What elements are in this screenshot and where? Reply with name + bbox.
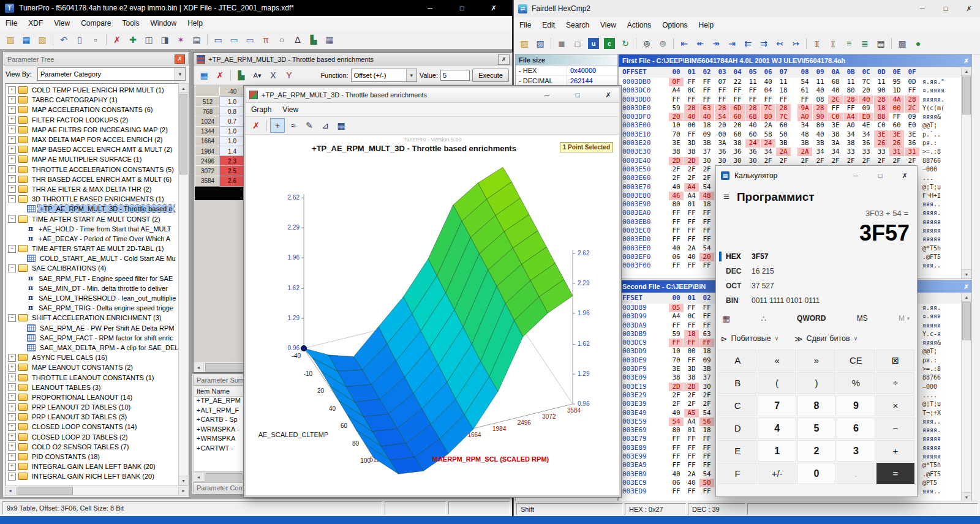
hex-row[interactable]: 0003DE0592863286D287C289A28FFFF0918002CY…: [619, 104, 962, 113]
expand-toggle-icon[interactable]: +: [8, 443, 16, 451]
minimize-button[interactable]: ─: [843, 167, 868, 185]
hex-byte[interactable]: FF: [669, 218, 684, 226]
hex-byte[interactable]: 24: [745, 139, 760, 148]
hex-byte[interactable]: 2C: [905, 104, 919, 113]
checksum-icon[interactable]: ▦: [322, 32, 337, 47]
hex-byte[interactable]: FF: [669, 452, 684, 461]
hex-byte[interactable]: 24: [761, 139, 775, 148]
close-view-icon[interactable]: ✗: [249, 118, 263, 133]
expand-toggle-icon[interactable]: +: [8, 463, 16, 471]
hex-byte[interactable]: 18: [699, 347, 714, 356]
hex-byte[interactable]: 07: [715, 78, 729, 86]
hex-byte[interactable]: FF: [669, 461, 684, 470]
expand-toggle-icon[interactable]: +: [8, 106, 16, 114]
hex-byte[interactable]: 09: [699, 130, 714, 139]
hexcmp-menu-edit[interactable]: Edit: [537, 18, 560, 32]
uppercase-icon[interactable]: u: [588, 38, 599, 49]
scroll-down-icon[interactable]: ▼: [962, 492, 971, 501]
hex-byte[interactable]: FF: [699, 235, 714, 244]
hex-byte[interactable]: 20: [669, 113, 684, 121]
status-dot-icon[interactable]: ●: [911, 36, 925, 51]
first-diff-icon[interactable]: ⇤: [677, 36, 692, 51]
calc-key-clear-entry[interactable]: CE: [837, 350, 875, 371]
hex-byte[interactable]: 3E: [669, 365, 684, 373]
hex-byte[interactable]: 38: [669, 148, 684, 156]
hex-byte[interactable]: 34: [828, 148, 843, 156]
maximize-button[interactable]: □: [934, 1, 957, 17]
panel-close-icon[interactable]: ✗: [175, 54, 185, 64]
find-icon[interactable]: ⊚: [639, 36, 654, 51]
scroll-up-icon[interactable]: ▲: [962, 67, 971, 76]
copy-icon[interactable]: ◫: [141, 32, 156, 47]
hex-byte[interactable]: FF: [684, 435, 699, 443]
hex-byte[interactable]: 2F: [699, 400, 714, 408]
hex-byte[interactable]: 38: [843, 139, 858, 148]
hex-byte[interactable]: 37: [699, 373, 714, 382]
tree-vscrollbar[interactable]: ▲ ▼: [178, 83, 189, 485]
prev-change-icon[interactable]: ⇇: [741, 36, 755, 51]
tunerpro-menu-tools[interactable]: Tools: [117, 17, 145, 30]
hex-byte[interactable]: 08: [813, 95, 827, 104]
y-axis-icon[interactable]: Y: [282, 68, 296, 83]
hexcmp-menu-view[interactable]: View: [595, 18, 622, 32]
calc-key-key-7[interactable]: 7: [758, 395, 796, 416]
tree-item[interactable]: +MAP AE FILTRS FOR INCREASING MAP (2): [7, 125, 180, 135]
hex-byte[interactable]: 2C: [828, 95, 843, 104]
expand-toggle-icon[interactable]: +: [8, 453, 16, 461]
hex-byte[interactable]: 26: [889, 139, 904, 148]
hex-byte[interactable]: 54: [699, 183, 714, 192]
properties-icon[interactable]: ▤: [189, 32, 204, 47]
expand-toggle-icon[interactable]: −: [8, 245, 16, 253]
close-button[interactable]: ✗: [892, 167, 917, 185]
tree-item[interactable]: πSAE_LOM_THRESHOLD - lean_out_multiplie: [7, 293, 180, 303]
hex-byte[interactable]: 2F: [684, 165, 699, 174]
tunerpro-titlebar[interactable]: T TunerPro - f5604178.4ah tune e2 evap i…: [0, 0, 512, 16]
tree-item[interactable]: COLD_START_AE_MULT - Cold Start AE Mu: [7, 253, 180, 263]
hexcmp-menu-help[interactable]: Help: [693, 18, 720, 32]
expand-toggle-icon[interactable]: +: [8, 175, 16, 183]
tunerpro-menu-xdf[interactable]: XDF: [23, 17, 48, 30]
hex-byte[interactable]: FF: [699, 261, 714, 270]
compare-files-icon[interactable]: ▨: [533, 36, 548, 51]
hex-byte[interactable]: FF: [669, 261, 684, 270]
hex-byte[interactable]: 38: [730, 139, 745, 148]
tree-item[interactable]: +MAP AE MULTIPLIER SURFACE (1): [7, 154, 180, 164]
hex-byte[interactable]: A4: [684, 192, 699, 200]
hex-byte[interactable]: 06: [669, 479, 684, 487]
hex-byte[interactable]: 80: [761, 113, 775, 121]
bitshift-dropdown[interactable]: ≫Сдвиг битов∨: [794, 334, 858, 343]
calc-key-negate[interactable]: +/-: [758, 463, 796, 484]
hex-byte[interactable]: 11: [776, 78, 791, 86]
wand-icon[interactable]: ✶: [173, 32, 188, 47]
tree-item[interactable]: +INTEGRAL GAIN LEAN LEFT BANK (20): [7, 462, 180, 471]
calc-key-plus[interactable]: +: [876, 440, 914, 462]
hex-byte[interactable]: FF: [699, 226, 714, 235]
next-bookmark-icon[interactable]: ↣: [788, 36, 803, 51]
hex-byte[interactable]: 06: [669, 253, 684, 261]
hex-byte[interactable]: 70: [669, 356, 684, 365]
expand-toggle-icon[interactable]: −: [8, 264, 16, 272]
table-cell[interactable]: 2.6: [219, 176, 245, 187]
graph-icon[interactable]: ▙: [234, 68, 249, 83]
open-icon[interactable]: ▨: [3, 32, 18, 47]
hex-byte[interactable]: 60: [889, 121, 904, 130]
tree-item[interactable]: −SAE CALIBRATIONS (4): [7, 263, 180, 273]
calc-key-backspace[interactable]: ⊠: [876, 350, 914, 371]
hex-row[interactable]: 0003DD0FFFFFFFFFFFFFFFFFF082C2840284A28я…: [619, 95, 962, 104]
radix-row-hex[interactable]: HEX3F57: [716, 249, 917, 264]
table-view-icon[interactable]: ▦: [334, 118, 349, 133]
tree-item[interactable]: −TIME AFTER START AE MULT 2D-TABL (1): [7, 244, 180, 253]
maximize-button[interactable]: □: [452, 2, 472, 14]
hex-byte[interactable]: 0D: [905, 78, 919, 86]
math-icon[interactable]: π: [258, 32, 273, 47]
hex-byte[interactable]: A4: [669, 86, 684, 95]
radix-row-dec[interactable]: DEC16 215: [716, 264, 917, 279]
tree-item[interactable]: +PID CONSTANTS (18): [7, 452, 180, 462]
hex-byte[interactable]: 01: [684, 200, 699, 209]
radix-row-oct[interactable]: OCT37 527: [716, 279, 917, 293]
hex-byte[interactable]: 31: [905, 148, 919, 156]
hex-byte[interactable]: 40: [828, 86, 843, 95]
hex-byte[interactable]: FF: [699, 452, 714, 461]
hex-byte[interactable]: FF: [684, 235, 699, 244]
tree-hscrollbar[interactable]: ◄ ►: [5, 485, 189, 496]
